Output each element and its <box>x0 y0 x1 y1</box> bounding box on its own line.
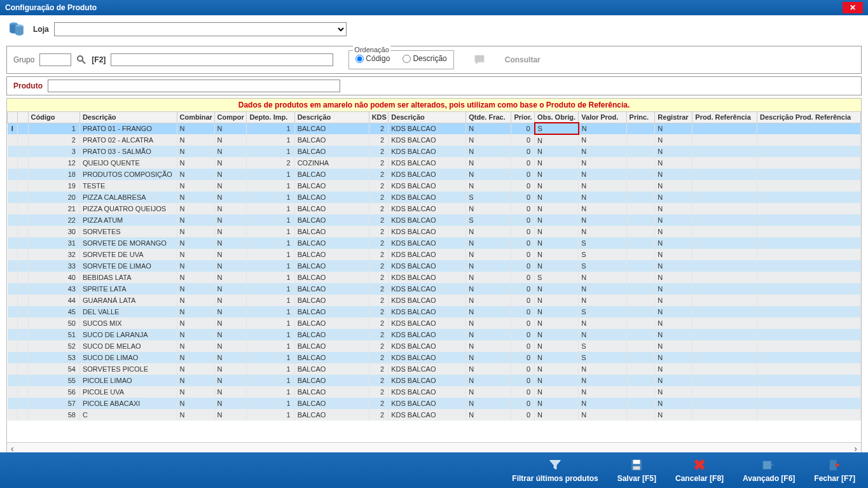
col-kds[interactable]: KDS <box>369 112 389 123</box>
loja-label: Loja <box>33 25 49 34</box>
titlebar: Configuração de Produto ✕ <box>0 0 868 15</box>
database-icon <box>8 20 25 38</box>
produto-panel: Produto <box>6 76 862 95</box>
table-row[interactable]: 20PIZZA CALABRESANN1BALCAO2KDS BALCAOS0N… <box>8 192 861 203</box>
grupo-input[interactable] <box>39 53 71 66</box>
table-row[interactable]: 52SUCO DE MELAONN1BALCAO2KDS BALCAON0NSN <box>8 340 861 352</box>
table-row[interactable]: 50SUCOS MIXNN1BALCAO2KDS BALCAON0NNN <box>8 317 861 329</box>
search-icon[interactable] <box>76 55 86 65</box>
table-row[interactable]: 21PIZZA QUATRO QUEIJOSNN1BALCAO2KDS BALC… <box>8 203 861 214</box>
data-grid[interactable]: Código Descrição Combinar Compor Depto. … <box>7 111 861 442</box>
table-row[interactable]: 44GUARANÁ LATANN1BALCAO2KDS BALCAON0NNN <box>8 295 861 306</box>
table-row[interactable]: 12QUEIJO QUENTENN2COZINHA2KDS BALCAON0NN… <box>8 157 861 169</box>
produto-input[interactable] <box>48 80 340 92</box>
col-descricao[interactable]: Descrição <box>79 112 177 123</box>
table-row[interactable]: 33SORVETE DE LIMAONN1BALCAO2KDS BALCAON0… <box>8 260 861 272</box>
col-obs[interactable]: Obs. Obrig. <box>535 112 579 123</box>
loja-select[interactable] <box>54 22 347 36</box>
table-row[interactable]: 31SORVETE DE MORANGONN1BALCAO2KDS BALCAO… <box>8 237 861 249</box>
produto-label: Produto <box>13 81 43 90</box>
loja-toolbar: Loja <box>0 15 868 43</box>
warning-banner: Dados de produtos em amarelo não podem s… <box>7 99 861 111</box>
ord-descricao-option[interactable]: Descrição <box>403 54 446 63</box>
col-valor[interactable]: Valor Prod. <box>579 112 626 123</box>
table-row[interactable]: 43SPRITE LATANN1BALCAO2KDS BALCAON0NNN <box>8 283 861 295</box>
col-desc3[interactable]: Descrição <box>389 112 466 123</box>
table-row[interactable]: 51SUCO DE LARANJANN1BALCAO2KDS BALCAON0N… <box>8 329 861 340</box>
table-row[interactable]: 53SUCO DE LIMAONN1BALCAO2KDS BALCAON0NSN <box>8 352 861 363</box>
col-desc2[interactable]: Descrição <box>294 112 369 123</box>
col-indicator2 <box>18 112 28 123</box>
ord-codigo-option[interactable]: Código <box>355 54 390 63</box>
col-prodref[interactable]: Prod. Referência <box>692 112 757 123</box>
header-row: Código Descrição Combinar Compor Depto. … <box>8 112 861 123</box>
table-row[interactable]: 57PICOLE ABACAXINN1BALCAO2KDS BALCAON0NN… <box>8 398 861 409</box>
col-princ[interactable]: Princ. <box>626 112 655 123</box>
col-depto[interactable]: Depto. Imp. <box>247 112 294 123</box>
col-reg[interactable]: Registrar <box>655 112 692 123</box>
col-combinar[interactable]: Combinar <box>177 112 214 123</box>
close-button[interactable]: ✕ <box>843 2 863 13</box>
col-qtde[interactable]: Qtde. Frac. <box>466 112 511 123</box>
col-indicator <box>8 112 18 123</box>
col-descref[interactable]: Descrição Prod. Referência <box>757 112 861 123</box>
table-row[interactable]: 18PRODUTOS COMPOSIÇÃONN1BALCAO2KDS BALCA… <box>8 169 861 180</box>
window-title: Configuração de Produto <box>5 3 97 12</box>
f2-input[interactable] <box>111 53 333 66</box>
consultar-button[interactable]: Consultar <box>505 55 541 64</box>
f2-label: [F2] <box>92 55 106 64</box>
filters-panel: Grupo [F2] Ordenação Código Descrição Co… <box>6 46 862 74</box>
svg-line-3 <box>82 60 85 64</box>
footer-toolbar: Filtrar últimos produtos Salvar [F5] ✖ C… <box>0 452 868 457</box>
table-row[interactable]: 56PICOLE UVANN1BALCAO2KDS BALCAON0NNN <box>8 386 861 398</box>
table-row[interactable]: 55PICOLE LIMAONN1BALCAO2KDS BALCAON0NNN <box>8 375 861 386</box>
table-row[interactable]: 2PRATO 02 - ALCATRANN1BALCAO2KDS BALCAON… <box>8 134 861 146</box>
ordenacao-group: Ordenação Código Descrição <box>348 50 453 69</box>
table-row[interactable]: 58CNN1BALCAO2KDS BALCAON0NNN <box>8 409 861 421</box>
table-row[interactable]: 40BEBIDAS LATANN1BALCAO2KDS BALCAON0SNN <box>8 272 861 283</box>
table-row[interactable]: 30SORVETESNN1BALCAO2KDS BALCAON0NNN <box>8 226 861 237</box>
col-compor[interactable]: Compor <box>214 112 247 123</box>
table-row[interactable]: 22PIZZA ATUMNN1BALCAO2KDS BALCAOS0NNN <box>8 214 861 226</box>
table-row[interactable]: 32SORVETE DE UVANN1BALCAO2KDS BALCAON0NS… <box>8 249 861 260</box>
table-row[interactable]: 54SORVETES PICOLENN1BALCAO2KDS BALCAON0N… <box>8 363 861 375</box>
col-prior[interactable]: Prior. <box>511 112 535 123</box>
ord-codigo-radio[interactable] <box>355 55 364 63</box>
ordenacao-legend: Ordenação <box>353 46 390 53</box>
ord-descricao-radio[interactable] <box>403 55 411 63</box>
col-codigo[interactable]: Código <box>28 112 79 123</box>
table-row[interactable]: 45DEL VALLENN1BALCAO2KDS BALCAON0NSN <box>8 306 861 317</box>
grid-container: Dados de produtos em amarelo não podem s… <box>6 98 862 454</box>
table-row[interactable]: 19TESTENN1BALCAO2KDS BALCAON0NNN <box>8 180 861 192</box>
speech-icon <box>472 52 487 67</box>
grupo-label: Grupo <box>13 55 34 64</box>
table-row[interactable]: 3PRATO 03 - SALMÃONN1BALCAO2KDS BALCAON0… <box>8 146 861 157</box>
table-row[interactable]: I1PRATO 01 - FRANGONN1BALCAO2KDS BALCAON… <box>8 123 861 134</box>
svg-point-2 <box>78 56 83 61</box>
